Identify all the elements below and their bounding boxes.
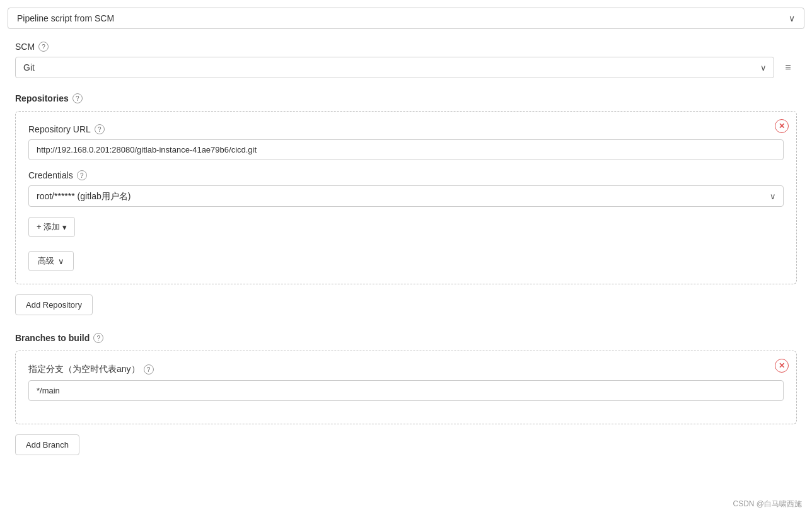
add-branch-button[interactable]: Add Branch	[15, 434, 79, 455]
scm-extra-button[interactable]: ≡	[779, 59, 797, 76]
credentials-select[interactable]: root/****** (gitlab用户名)	[28, 185, 784, 207]
repository-box: ✕ Repository URL ? Credentials ?	[15, 111, 797, 284]
watermark: CSDN @白马啸西施	[733, 499, 802, 509]
repository-url-input[interactable]	[28, 139, 784, 160]
credentials-help-icon[interactable]: ?	[77, 170, 87, 180]
repository-url-help-icon[interactable]: ?	[95, 124, 105, 134]
branches-help-icon[interactable]: ?	[93, 333, 103, 343]
specify-branch-group: 指定分支（为空时代表any） ?	[28, 364, 784, 401]
branch-close-button[interactable]: ✕	[775, 359, 789, 373]
add-repository-button[interactable]: Add Repository	[15, 294, 93, 315]
add-credentials-button[interactable]: + 添加 ▾	[28, 217, 75, 237]
repositories-label: Repositories ?	[15, 93, 797, 103]
pipeline-definition-dropdown[interactable]: Pipeline script from SCM ∨	[8, 8, 804, 29]
credentials-select-wrapper: root/****** (gitlab用户名) ∨	[28, 185, 784, 207]
pipeline-definition-chevron: ∨	[789, 13, 795, 23]
advanced-button[interactable]: 高级 ∨	[28, 251, 74, 271]
credentials-row: root/****** (gitlab用户名) ∨	[28, 185, 784, 207]
repository-url-label: Repository URL ?	[28, 124, 784, 134]
specify-branch-help-icon[interactable]: ?	[144, 364, 154, 375]
branches-section: Branches to build ? ✕ 指定分支（为空时代表any） ? A…	[15, 333, 797, 470]
repository-url-group: Repository URL ?	[28, 124, 784, 160]
credentials-label: Credentials ?	[28, 170, 784, 180]
scm-help-icon[interactable]: ?	[38, 42, 49, 52]
repository-close-button[interactable]: ✕	[775, 119, 789, 133]
scm-select-wrapper: Git None Subversion ∨	[15, 57, 774, 78]
branch-box: ✕ 指定分支（为空时代表any） ?	[15, 351, 797, 424]
scm-select[interactable]: Git None Subversion	[15, 57, 774, 78]
specify-branch-input[interactable]	[28, 380, 784, 401]
credentials-group: Credentials ? root/****** (gitlab用户名) ∨	[28, 170, 784, 207]
repositories-help-icon[interactable]: ?	[72, 93, 83, 103]
add-credentials-chevron: ▾	[62, 223, 67, 232]
advanced-chevron: ∨	[58, 257, 64, 266]
specify-branch-label: 指定分支（为空时代表any） ?	[28, 364, 784, 375]
branches-label: Branches to build ?	[15, 333, 797, 343]
scm-label: SCM ?	[15, 42, 797, 52]
pipeline-definition-label: Pipeline script from SCM	[17, 13, 114, 23]
